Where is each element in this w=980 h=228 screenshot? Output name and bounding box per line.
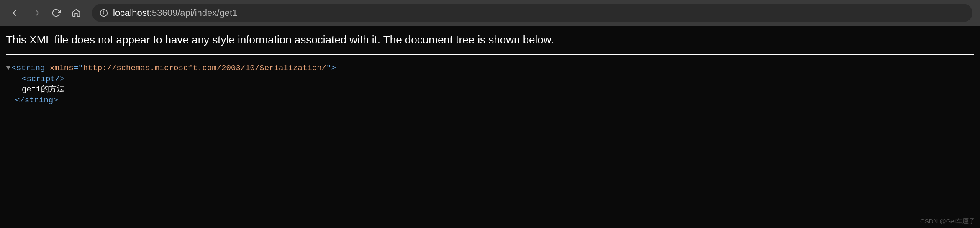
- xml-close-tag: string: [25, 96, 53, 105]
- xml-child-tag: script: [26, 74, 55, 84]
- arrow-left-icon: [11, 8, 21, 18]
- home-icon: [72, 8, 81, 18]
- site-info-icon[interactable]: [100, 9, 108, 17]
- address-bar[interactable]: localhost:53609/api/index/get1: [92, 4, 972, 22]
- url-path: :53609/api/index/get1: [149, 8, 237, 18]
- xml-attr-name: xmlns: [50, 63, 74, 73]
- xml-child-line: <script/>: [6, 74, 974, 85]
- svg-point-2: [104, 11, 104, 11]
- reload-button[interactable]: [48, 5, 64, 21]
- arrow-right-icon: [31, 8, 41, 18]
- home-button[interactable]: [68, 5, 85, 21]
- xml-open-tag-line: ▼<string xmlns="http://schemas.microsoft…: [6, 63, 974, 74]
- page-content: This XML file does not appear to have an…: [0, 26, 980, 114]
- collapse-toggle-icon[interactable]: ▼: [6, 63, 10, 74]
- xml-text-content: get1的方法: [22, 85, 65, 94]
- watermark-text: CSDN @Get车厘子: [920, 218, 975, 225]
- url-host: localhost: [113, 8, 149, 18]
- xml-close-tag-line: </string>: [6, 95, 974, 106]
- url-text: localhost:53609/api/index/get1: [113, 8, 237, 18]
- forward-button[interactable]: [28, 5, 44, 21]
- xml-root-tag: string: [16, 63, 45, 73]
- xml-document-tree: ▼<string xmlns="http://schemas.microsoft…: [6, 63, 974, 106]
- back-button[interactable]: [8, 5, 24, 21]
- xml-attr-value: http://schemas.microsoft.com/2003/10/Ser…: [83, 63, 326, 73]
- xml-text-line: get1的方法: [6, 84, 974, 95]
- xml-style-notice: This XML file does not appear to have an…: [6, 33, 974, 55]
- browser-toolbar: localhost:53609/api/index/get1: [0, 0, 980, 26]
- reload-icon: [51, 8, 61, 18]
